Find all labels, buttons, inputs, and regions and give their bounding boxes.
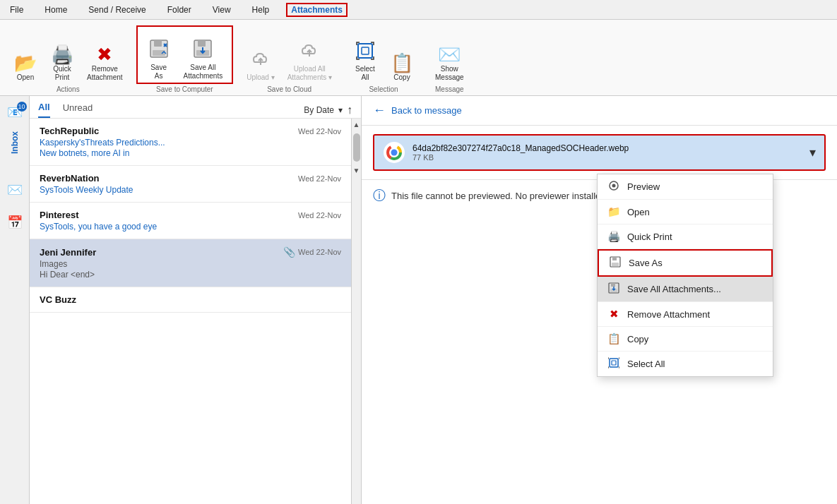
- email-item-reverbnation[interactable]: ReverbNation Wed 22-Nov SysTools Weekly …: [30, 166, 351, 203]
- menu-help[interactable]: Help: [248, 4, 274, 16]
- email-item-techrepublic[interactable]: TechRepublic Wed 22-Nov Kaspersky'sThrea…: [30, 119, 351, 166]
- svg-rect-11: [362, 47, 369, 54]
- email-date: Wed 22-Nov: [298, 211, 341, 220]
- message-group-label: Message: [425, 84, 475, 95]
- save-all-button[interactable]: Save AllAttachments: [179, 35, 228, 83]
- email-item-jeni[interactable]: Jeni Jennifer 📎 Wed 22-Nov Images Hi Dea…: [30, 239, 351, 287]
- attachment-dropdown-icon[interactable]: ▾: [809, 145, 816, 160]
- email-sender: VC Buzz: [40, 294, 76, 305]
- actions-group-label: Actions: [3, 84, 133, 95]
- tab-unread[interactable]: Unread: [63, 102, 93, 117]
- svg-rect-24: [612, 361, 616, 365]
- ctx-open-label: Open: [627, 207, 650, 217]
- ribbon: 📂 Open 🖨️ QuickPrint ✖ RemoveAttachment …: [0, 20, 837, 96]
- svg-rect-19: [612, 263, 619, 266]
- svg-rect-2: [153, 50, 165, 56]
- svg-point-14: [391, 150, 398, 156]
- cloud-group-label: Save to Cloud: [236, 84, 343, 95]
- email-date: Wed 22-Nov: [298, 127, 341, 136]
- ribbon-group-save: SaveAs Save AllAttachments Save to Compu…: [133, 23, 237, 95]
- menu-file[interactable]: File: [6, 4, 28, 16]
- email-date: Wed 22-Nov: [298, 248, 341, 256]
- tab-all[interactable]: All: [38, 102, 50, 118]
- menu-attachments[interactable]: Attachments: [286, 3, 348, 17]
- attachment-item[interactable]: 64da2bf82e307274f27a0c18_ManagedSOCHeade…: [373, 134, 826, 171]
- ribbon-group-selection: SelectAll 📋 Copy Selection: [343, 23, 425, 95]
- sidebar-icons: 📧 10 Inbox ✉️ 📅: [0, 96, 30, 504]
- svg-rect-21: [611, 283, 615, 287]
- save-as-icon: [148, 38, 170, 62]
- upload-button[interactable]: Upload ▾: [242, 46, 279, 84]
- sort-dropdown-icon: ▾: [338, 105, 343, 115]
- ribbon-group-message: ✉️ ShowMessage Message: [425, 23, 475, 95]
- open-icon: 📂: [14, 54, 37, 72]
- show-message-label: ShowMessage: [435, 65, 464, 82]
- upload-all-label: Upload AllAttachments ▾: [287, 65, 332, 82]
- email-sender: ReverbNation: [40, 173, 100, 184]
- scroll-down-button[interactable]: ▼: [351, 164, 361, 176]
- ribbon-copy-icon: 📋: [391, 54, 413, 72]
- back-arrow-icon[interactable]: ←: [373, 103, 386, 118]
- open-button[interactable]: 📂 Open: [8, 50, 42, 84]
- save-all-label: Save AllAttachments: [184, 64, 223, 80]
- preview-icon: [607, 180, 620, 193]
- sidebar-icon-calendar[interactable]: 📅: [3, 210, 27, 234]
- ctx-preview-label: Preview: [627, 181, 660, 192]
- ctx-open[interactable]: 📁 Open: [598, 200, 773, 224]
- save-all-ctx-icon: [607, 282, 620, 296]
- ctx-quick-print-label: Quick Print: [627, 232, 672, 242]
- menu-home[interactable]: Home: [40, 4, 71, 16]
- ctx-quick-print[interactable]: 🖨️ Quick Print: [598, 224, 773, 249]
- upload-label: Upload ▾: [247, 73, 274, 82]
- upload-all-button[interactable]: Upload AllAttachments ▾: [283, 37, 337, 84]
- svg-rect-23: [610, 359, 618, 367]
- email-item-pinterest[interactable]: Pinterest Wed 22-Nov SysTools, you have …: [30, 203, 351, 239]
- print-icon: 🖨️: [607, 230, 620, 243]
- show-message-button[interactable]: ✉️ ShowMessage: [430, 42, 469, 84]
- upload-all-icon: [299, 41, 319, 64]
- email-subject: SysTools, you have a good eye: [40, 222, 341, 232]
- select-all-button[interactable]: SelectAll: [348, 37, 382, 84]
- save-as-button[interactable]: SaveAs: [142, 35, 176, 83]
- email-list: TechRepublic Wed 22-Nov Kaspersky'sThrea…: [30, 119, 351, 504]
- email-sender: TechRepublic: [40, 126, 99, 136]
- ctx-select-all[interactable]: Select All: [598, 352, 773, 376]
- save-as-ctx-icon: [609, 256, 622, 270]
- inbox-badge: 10: [17, 102, 27, 112]
- save-as-label: SaveAs: [150, 64, 167, 80]
- ctx-remove-attachment[interactable]: ✖ Remove Attachment: [598, 302, 773, 327]
- context-menu: Preview 📁 Open 🖨️ Quick Print Save: [597, 174, 773, 377]
- email-sort[interactable]: By Date ▾ ↑: [304, 104, 352, 116]
- main-layout: 📧 10 Inbox ✉️ 📅 All Unread By Date ▾ ↑: [0, 96, 837, 504]
- ribbon-copy-button[interactable]: 📋 Copy: [385, 50, 419, 84]
- scroll-thumb[interactable]: [353, 133, 360, 162]
- select-all-ctx-icon: [607, 357, 620, 371]
- attachment-filename: 64da2bf82e307274f27a0c18_ManagedSOCHeade…: [412, 143, 629, 153]
- ctx-copy-label: Copy: [627, 334, 648, 344]
- attachment-area: 64da2bf82e307274f27a0c18_ManagedSOCHeade…: [362, 126, 837, 180]
- svg-rect-6: [198, 40, 206, 47]
- select-all-icon: [355, 41, 375, 64]
- email-item-vcbuzz[interactable]: VC Buzz: [30, 287, 351, 313]
- sort-direction-icon[interactable]: ↑: [347, 104, 352, 116]
- sidebar-icon-inbox[interactable]: 📧 10: [3, 102, 27, 123]
- back-to-message-link[interactable]: Back to message: [391, 105, 462, 116]
- sidebar-icon-mail[interactable]: ✉️: [3, 178, 27, 202]
- ctx-save-all[interactable]: Save All Attachments...: [598, 277, 773, 302]
- remove-attachment-label: RemoveAttachment: [87, 65, 123, 82]
- attachment-info: 64da2bf82e307274f27a0c18_ManagedSOCHeade…: [412, 143, 629, 162]
- ctx-select-all-label: Select All: [627, 359, 665, 369]
- menu-send-receive[interactable]: Send / Receive: [84, 4, 150, 16]
- ctx-preview[interactable]: Preview: [598, 174, 773, 200]
- remove-attachment-button[interactable]: ✖ RemoveAttachment: [82, 42, 128, 84]
- menu-view[interactable]: View: [208, 4, 235, 16]
- menu-folder[interactable]: Folder: [163, 4, 196, 16]
- ctx-save-as[interactable]: Save As: [598, 249, 773, 277]
- email-list-scrollbar[interactable]: ▲ ▼: [351, 119, 361, 504]
- menu-bar: File Home Send / Receive Folder View Hel…: [0, 0, 837, 20]
- scroll-up-button[interactable]: ▲: [351, 119, 361, 131]
- ribbon-copy-label: Copy: [393, 73, 410, 82]
- email-sender: Pinterest: [40, 210, 79, 220]
- quick-print-button[interactable]: 🖨️ QuickPrint: [45, 42, 79, 84]
- ctx-copy[interactable]: 📋 Copy: [598, 327, 773, 352]
